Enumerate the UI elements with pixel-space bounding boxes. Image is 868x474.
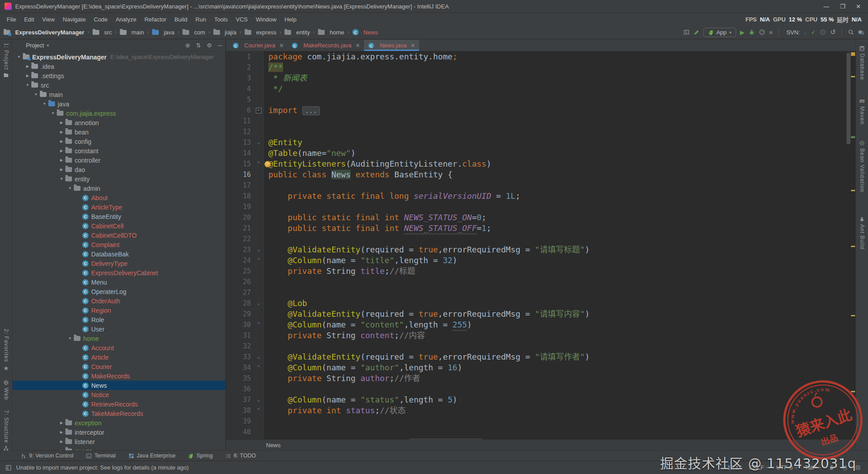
layout-icon[interactable] [5,465,12,471]
fold-marker-icon[interactable]: ⌄ [254,244,264,255]
tool-stripe-7-structure[interactable]: 7: Structure [0,410,12,451]
tree-item-admin[interactable]: ▼admin [13,184,225,193]
code-line-41[interactable]: 41 public String getTitle() { return tit… [226,437,855,439]
code-line-2[interactable]: 2/** [226,62,855,73]
tree-item-databasebak[interactable]: DatabaseBak [13,249,225,259]
stop-icon[interactable]: ■ [769,29,773,36]
search-icon[interactable] [848,29,854,35]
tree-item-idea[interactable]: ▶.idea [13,62,225,71]
close-icon[interactable]: ✕ [356,42,360,49]
code-line-20[interactable]: 20 public static final int NEWS_STATUS_O… [226,212,855,223]
fold-marker-icon[interactable]: ⌃ [254,362,264,373]
code-line-34[interactable]: 34⌃ @Column(name = "author",length = 16) [226,362,855,373]
commit-icon[interactable]: ✓ [811,29,816,36]
code-line-17[interactable]: 17 [226,180,855,191]
tree-item-home[interactable]: ▼home [13,334,225,343]
menu-item-analyze[interactable]: Analyze [112,15,140,24]
code-line-33[interactable]: 33⌄ @ValidateEntity(required = true,erro… [226,352,855,362]
menu-item-code[interactable]: Code [90,15,112,24]
collapsed-arrow-icon[interactable]: ▶ [58,440,65,444]
code-line-3[interactable]: 3 * 新闻表 [226,73,855,84]
tool-window-button-9-version-control[interactable]: 9: Version Control [21,453,73,459]
menu-item-refactor[interactable]: Refactor [140,15,170,24]
collapsed-arrow-icon[interactable]: ▶ [24,74,31,78]
tree-item-cabinetcell[interactable]: CabinetCell [13,221,225,231]
tool-stripe-1-project[interactable]: 1: Project [0,43,12,78]
fold-marker-icon[interactable]: ⌃ [254,319,264,330]
code-line-24[interactable]: 24⌃ @Column(name = "title",length = 32) [226,255,855,266]
code-line-29[interactable]: 29 @ValidateEntity(required = true,error… [226,309,855,319]
collapse-all-icon[interactable]: ⇅ [196,42,201,49]
menu-item-tools[interactable]: Tools [210,15,232,24]
code-line-32[interactable]: 32 [226,341,855,352]
fold-expand-icon[interactable]: + [254,105,264,116]
update-icon[interactable]: ↓ [804,29,807,36]
tree-item-src[interactable]: ▼src [13,80,225,90]
tool-stripe-ant-build[interactable]: Ant Build [856,216,868,250]
tree-item-cabinetcelldto[interactable]: CabinetCellDTO [13,231,225,240]
menu-item-view[interactable]: View [38,15,59,24]
code-line-27[interactable]: 27 [226,287,855,298]
settings-icon[interactable]: ⚙ [207,42,212,49]
expanded-arrow-icon[interactable]: ▼ [66,186,74,190]
breadcrumb-item-com[interactable]: com [182,29,205,36]
tree-item-constant[interactable]: ▶constant [13,146,225,155]
tree-item-menu[interactable]: Menu [13,277,225,287]
tree-item-settings[interactable]: ▶.settings [13,71,225,80]
tool-stripe-maven[interactable]: mMaven [856,97,868,125]
tree-item-dao[interactable]: ▶dao [13,165,225,174]
code-line-39[interactable]: 39 [226,416,855,427]
expanded-arrow-icon[interactable]: ▼ [15,55,23,59]
columns-icon[interactable] [683,29,690,35]
tree-item-courier[interactable]: Courier [13,362,225,371]
tab-courier-java[interactable]: Courier.java✕ [229,40,288,51]
fold-marker-icon[interactable]: ⌄ [254,394,264,405]
menu-item-window[interactable]: Window [252,15,280,24]
fold-marker-icon[interactable]: ⌃ [254,255,264,266]
code-line-11[interactable]: 11 [226,116,855,126]
tree-item-controller[interactable]: ▶controller [13,155,225,165]
tool-window-button-spring[interactable]: Spring [188,453,212,459]
tool-stripe-2-favorites[interactable]: 2: Favorites★ [0,329,12,372]
code-line-21[interactable]: 21 public static final int NEWS_STATUS_O… [226,223,855,234]
hide-icon[interactable]: ─ [218,42,222,49]
fold-marker-icon[interactable]: ⌃ [254,159,264,169]
tab-news-java[interactable]: News.java✕ [364,40,419,51]
code-line-22[interactable]: 22 [226,234,855,244]
tool-stripe-database[interactable]: Database [856,46,868,80]
tree-item-operaterlog[interactable]: OperaterLog [13,287,225,296]
expanded-arrow-icon[interactable]: ▼ [66,336,74,340]
breadcrumb-item-expressdeliverymanager[interactable]: ExpressDeliveryManager [4,29,85,36]
expanded-arrow-icon[interactable]: ▼ [49,111,57,115]
code-line-25[interactable]: 25 private String title;//标题 [226,266,855,277]
menu-item-run[interactable]: Run [191,15,210,24]
breadcrumb-item-home[interactable]: home [318,29,344,36]
code-line-23[interactable]: 23⌄ @ValidateEntity(required = true,erro… [226,244,855,255]
breadcrumb-item-java[interactable]: java [152,29,174,36]
tree-item-main[interactable]: ▼main [13,90,225,99]
code-line-12[interactable]: 12 [226,126,855,137]
tree-item-account[interactable]: Account [13,343,225,352]
intention-bulb-icon[interactable] [264,161,271,168]
collapsed-arrow-icon[interactable]: ▶ [58,139,65,143]
maximize-button[interactable]: ❐ [840,3,845,10]
tree-item-java[interactable]: ▼java [13,99,225,109]
tree-item-config[interactable]: ▶config [13,137,225,146]
tool-window-button-java-enterprise[interactable]: Java Enterprise [128,453,176,459]
close-icon[interactable]: ✕ [411,42,415,49]
code-line-36[interactable]: 36 [226,384,855,394]
debug-icon[interactable] [749,29,755,35]
code-line-6[interactable]: 6+import ... [226,105,855,116]
tree-item-deliverytype[interactable]: DeliveryType [13,259,225,268]
code-line-35[interactable]: 35 private String author;//作者 [226,373,855,384]
tab-makerecords-java[interactable]: MakeRecords.java✕ [288,40,364,51]
run-icon[interactable]: ▶ [740,29,745,36]
run-configuration-combo[interactable]: App▾ [703,28,736,37]
locate-icon[interactable]: ⊕ [185,42,190,49]
tree-item-user[interactable]: User [13,324,225,334]
tree-item-makerecords[interactable]: MakeRecords [13,371,225,381]
collapsed-arrow-icon[interactable]: ▶ [58,421,65,425]
tree-item-notice[interactable]: Notice [13,390,225,399]
tree-item-baseentity[interactable]: BaseEntity [13,212,225,221]
tree-item-about[interactable]: About [13,193,225,202]
